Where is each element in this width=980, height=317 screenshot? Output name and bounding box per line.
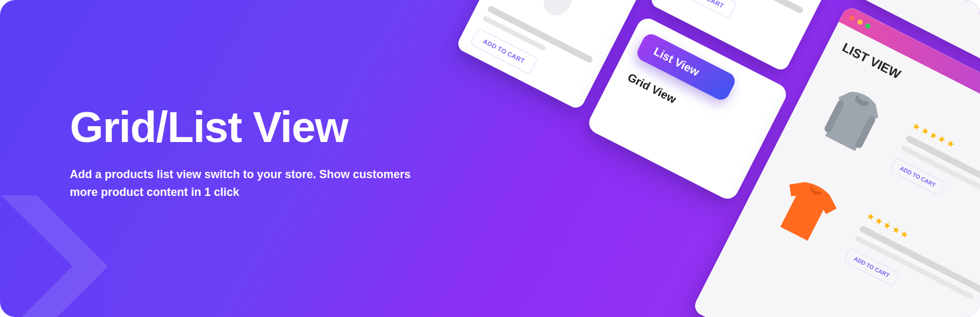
add-to-cart-button[interactable]: ADD TO CART: [669, 0, 738, 20]
svg-point-5: [538, 0, 578, 20]
hero-title: Grid/List View: [70, 105, 425, 150]
mockup-stage: ★★★★★ ADD TO CART ADD TO CART ADD: [320, 0, 980, 317]
window-min-icon: [856, 18, 863, 25]
window-max-icon: [864, 23, 871, 30]
flower-vase-icon: [493, 0, 640, 51]
add-to-cart-button[interactable]: ADD TO CART: [470, 28, 538, 75]
hero-banner: Grid/List View Add a products list view …: [0, 0, 980, 317]
window-close-icon: [849, 15, 856, 22]
sweater-icon: [797, 65, 908, 176]
tshirt-icon: [750, 155, 861, 266]
